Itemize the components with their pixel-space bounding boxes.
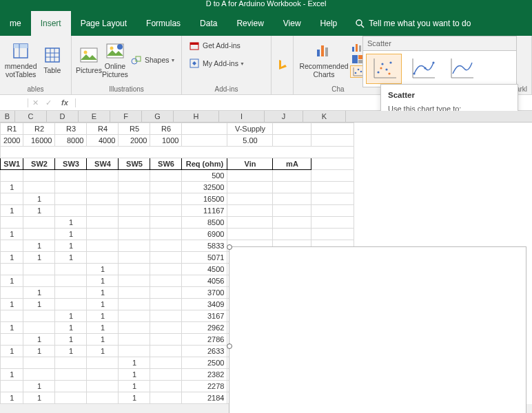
recommended-pivot-tables-button[interactable]: mmended votTables — [4, 41, 37, 78]
tab-insert[interactable]: Insert — [31, 11, 71, 36]
svg-point-14 — [117, 44, 123, 50]
tab-view[interactable]: View — [274, 11, 311, 36]
tab-review[interactable]: Review — [227, 11, 273, 36]
data-row: 132500 — [1, 182, 354, 193]
dropdown-arrow-icon: ▼ — [171, 58, 176, 63]
col-header[interactable]: C — [15, 111, 47, 122]
shapes-icon — [131, 54, 142, 65]
svg-rect-25 — [359, 45, 361, 52]
col-header[interactable]: G — [142, 111, 174, 122]
addin-icon — [189, 58, 200, 69]
scatter-smooth-no-markers-tile[interactable] — [443, 54, 479, 84]
scatter-gallery — [362, 51, 517, 87]
data-row: 500 — [1, 170, 354, 182]
svg-point-32 — [358, 69, 360, 71]
scatter-markers-tile[interactable] — [366, 54, 402, 84]
svg-point-33 — [360, 71, 362, 73]
col-header[interactable]: E — [79, 111, 110, 122]
svg-rect-21 — [321, 45, 324, 56]
scatter-markers-icon — [370, 57, 398, 81]
enter-icon[interactable]: ✓ — [45, 98, 52, 107]
data-row: 1111167 — [1, 205, 354, 217]
table-button[interactable]: Table — [37, 45, 67, 74]
scatter-dropdown-header: Scatter — [362, 36, 517, 51]
table-label: Table — [43, 66, 61, 74]
tooltip-title: Scatter — [388, 90, 511, 101]
tab-help[interactable]: Help — [311, 11, 347, 36]
pivot-table-icon — [12, 43, 29, 59]
lightbulb-icon — [355, 19, 365, 28]
table-icon — [44, 47, 61, 63]
svg-line-1 — [361, 25, 364, 28]
bing-icon — [276, 59, 289, 71]
svg-rect-24 — [356, 44, 358, 52]
resize-handle[interactable] — [227, 244, 232, 250]
titlebar: D to A for Arduino Workbook - Excel — [0, 0, 532, 11]
svg-rect-26 — [352, 55, 358, 63]
svg-point-51 — [388, 72, 390, 74]
name-box[interactable] — [0, 95, 28, 110]
col-header[interactable]: B — [0, 111, 15, 122]
svg-point-55 — [424, 67, 426, 69]
svg-rect-22 — [325, 47, 328, 56]
data-row: 116900 — [1, 229, 354, 240]
cancel-icon[interactable]: ✕ — [32, 98, 39, 107]
svg-rect-5 — [45, 48, 59, 62]
my-addins-label: My Add-ins — [203, 59, 238, 67]
get-addins-label: Get Add-ins — [203, 41, 241, 50]
svg-point-31 — [355, 72, 357, 74]
col-header[interactable]: F — [110, 111, 142, 122]
pictures-label: Pictures — [76, 66, 102, 74]
shapes-button[interactable]: Shapes ▼ — [128, 53, 178, 67]
pictures-button[interactable]: Pictures — [76, 45, 102, 74]
resize-handle[interactable] — [227, 343, 232, 349]
svg-point-0 — [356, 20, 362, 25]
col-header[interactable]: I — [219, 111, 265, 122]
online-pictures-label: Online Pictures — [102, 62, 128, 78]
row-headers: SW1 SW2 SW3 SW4 SW5 SW6 Req (ohm) Vin mA — [1, 158, 354, 170]
tab-home[interactable]: me — [0, 11, 31, 36]
group-addins-label: Add-ins — [182, 85, 271, 93]
svg-rect-16 — [136, 56, 141, 61]
scatter-smooth-tile[interactable] — [405, 54, 440, 84]
bing-maps-button[interactable] — [272, 55, 293, 76]
tell-me[interactable]: Tell me what you want to do — [355, 19, 471, 28]
svg-rect-3 — [14, 44, 28, 48]
svg-point-54 — [413, 72, 415, 74]
row-values: 2000 16000 8000 4000 2000 1000 5.00 — [1, 135, 354, 147]
store-icon — [189, 40, 200, 51]
svg-point-49 — [389, 61, 391, 63]
data-row: 18500 — [1, 217, 354, 229]
tell-me-label: Tell me what you want to do — [369, 19, 471, 28]
my-addins-button[interactable]: My Add-ins ▼ — [186, 56, 247, 70]
dropdown-arrow-icon: ▼ — [240, 61, 245, 66]
embedded-chart[interactable] — [229, 246, 526, 413]
svg-point-56 — [432, 61, 434, 63]
data-row: 116500 — [1, 193, 354, 205]
tab-page-layout[interactable]: Page Layout — [71, 11, 136, 36]
row-labels: R1 R2 R3 R4 R5 R6 V-Supply — [1, 123, 354, 135]
get-addins-button[interactable]: Get Add-ins — [186, 39, 243, 52]
col-header[interactable]: K — [303, 111, 346, 122]
recommended-charts-button[interactable]: Recommended Charts — [298, 41, 350, 78]
tab-formulas[interactable]: Formulas — [136, 11, 190, 36]
online-pictures-button[interactable]: Online Pictures — [102, 41, 128, 78]
column-headers: B C D E F G H I J K — [0, 111, 532, 123]
svg-point-11 — [83, 51, 87, 54]
ribbon: mmended votTables Table ables Pictures O… — [0, 36, 532, 95]
col-header[interactable]: D — [47, 111, 79, 122]
group-tables-label: ables — [0, 85, 71, 93]
col-header[interactable]: J — [265, 111, 303, 122]
col-header[interactable]: H — [174, 111, 219, 122]
tab-data[interactable]: Data — [190, 11, 227, 36]
svg-point-47 — [381, 63, 383, 65]
svg-point-50 — [380, 67, 382, 69]
shapes-label: Shapes — [145, 56, 170, 64]
svg-point-46 — [377, 71, 379, 73]
worksheet-grid[interactable]: B C D E F G H I J K R1 R2 R3 R4 R5 R6 V-… — [0, 111, 532, 404]
scatter-smooth-nm-icon — [447, 57, 475, 81]
workbook-title: D to A for Arduino Workbook - Excel — [206, 0, 327, 8]
svg-point-48 — [385, 68, 387, 70]
rec-charts-label: Recommended Charts — [299, 62, 348, 78]
fx-icon[interactable]: fx — [59, 98, 71, 107]
